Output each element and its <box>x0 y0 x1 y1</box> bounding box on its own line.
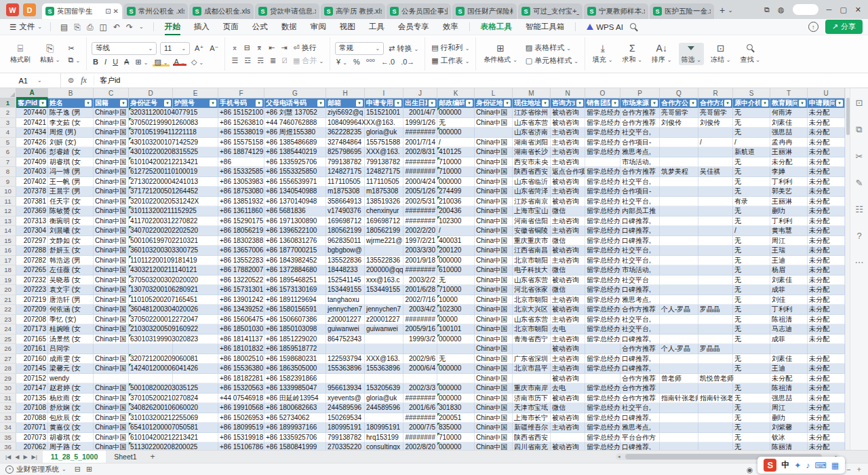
cell-H33[interactable]: 150269534 <box>326 413 365 423</box>
row-number-15[interactable]: 15 <box>0 236 16 246</box>
freeze-button[interactable]: ⊡冻结 ⌄ <box>708 43 733 65</box>
cell-C18[interactable]: China中国 <box>94 265 129 276</box>
conditional-format-button[interactable]: ⊞条件格式 ⌄ <box>481 43 519 65</box>
cell-K19[interactable]: 无 <box>437 276 475 286</box>
cell-F22[interactable]: +86 13439252 <box>218 305 264 315</box>
cell-A21[interactable]: 207219 <box>16 295 48 305</box>
cell-S30[interactable]: 无 <box>733 383 770 394</box>
cell-C30[interactable]: China中国 <box>94 383 129 394</box>
sort-button[interactable]: A↓排序 ⌄ <box>649 43 674 65</box>
cell-Q20[interactable] <box>660 285 698 295</box>
cell-O20[interactable]: 留学总经办 <box>585 285 620 295</box>
ime-sparkle-icon[interactable]: ✦ <box>794 461 801 470</box>
cell-B28[interactable]: 梁馨元 (女 <box>48 364 94 374</box>
cell-U29[interactable]: 未分配 <box>808 374 845 384</box>
cell-F2[interactable]: +86 15152100 <box>218 108 264 118</box>
cell-D2[interactable]: 320311200104077915 <box>129 108 173 118</box>
cell-I13[interactable]: 169698712 <box>365 216 403 227</box>
cell-J5[interactable]: 2001/7/14 <box>403 138 437 148</box>
cell-L10[interactable]: China中国 <box>475 187 513 197</box>
italic-button[interactable]: I <box>103 58 108 66</box>
cell-I21[interactable] <box>365 295 403 305</box>
sum-button[interactable]: Σ求和 ⌄ <box>620 43 645 65</box>
table-header-K[interactable]: 邮政编码▾ <box>437 98 475 108</box>
cell-N18[interactable]: 微信 <box>551 265 585 276</box>
system-label[interactable]: 业财管理系统 <box>16 465 59 474</box>
print-icon[interactable]: ⎙ <box>87 22 94 32</box>
table-header-H[interactable]: 邮箱▾ <box>326 98 365 108</box>
filter-dropdown-icon[interactable]: ▾ <box>85 100 92 107</box>
row-number-3[interactable]: 3 <box>0 118 16 128</box>
cell-L35[interactable]: China中国 <box>475 433 513 443</box>
cell-S21[interactable]: 无 <box>733 295 770 305</box>
cell-I30[interactable]: 153205639 <box>365 383 403 394</box>
cell-U25[interactable]: 未分配 <box>808 335 845 345</box>
cell-B32[interactable]: 舒欣娴 (女 <box>48 403 94 413</box>
cell-T15[interactable]: 周江 <box>770 236 808 246</box>
cell-O9[interactable]: 留学总经办 <box>585 177 620 187</box>
cell-G20[interactable]: +86 1573130169 <box>264 285 326 295</box>
cell-H23[interactable]: z20001227 <box>326 315 365 325</box>
cell-M19[interactable]: 山东省东营 <box>513 276 551 286</box>
cell-F31[interactable]: +44 07546918 <box>218 394 264 404</box>
cell-D21[interactable]: 110105200207165451 <box>129 295 173 305</box>
cell-U21[interactable]: 未分配 <box>808 295 845 305</box>
cell-K32[interactable]: 301830 <box>437 403 475 413</box>
cell-C24[interactable]: China中国 <box>94 324 129 335</box>
cell-S23[interactable]: 无 <box>733 315 770 325</box>
cell-T3[interactable]: 刘素佳 <box>770 118 808 128</box>
column-letter-R[interactable]: R <box>698 88 733 98</box>
cell-T9[interactable]: 丁利利 <box>770 177 808 187</box>
cell-C22[interactable]: China中国 <box>94 305 129 315</box>
rows-columns-button[interactable]: ▤ 行和列 ⌄ <box>430 43 471 53</box>
cell-T6[interactable]: 王丽淋 <box>770 147 808 157</box>
cell-H7[interactable]: 799138782 <box>326 157 365 168</box>
find-button[interactable]: 查找 ⌄ <box>737 43 762 65</box>
cell-U11[interactable]: 未分配 <box>808 197 845 207</box>
cell-Q25[interactable] <box>660 335 698 345</box>
row-number-10[interactable]: 10 <box>0 187 16 197</box>
cell-D3[interactable]: 370502199901260083 <box>129 118 173 128</box>
cell-M33[interactable]: 上海市长宁 <box>513 413 551 423</box>
cell-D17[interactable]: 110112200109181419 <box>129 256 173 266</box>
cell-Q19[interactable] <box>660 276 698 286</box>
cell-B31[interactable]: 杨欣雨 (女 <box>48 394 94 404</box>
cell-P5[interactable]: 合作项目- <box>620 138 660 148</box>
cell-O18[interactable]: 留学总经办 <box>585 265 620 276</box>
cell-B7[interactable]: 胡睿琪 (女 <box>48 157 94 168</box>
cell-J15[interactable]: 1997/2/21 <box>403 236 437 246</box>
column-letter-L[interactable]: L <box>475 88 513 98</box>
cell-K27[interactable]: 无 <box>437 354 475 364</box>
cell-T24[interactable]: 马志迪 <box>770 324 808 335</box>
cell-R27[interactable] <box>698 354 733 364</box>
document-tab-1[interactable]: S常州公积金 .xlsx <box>123 3 188 19</box>
cell-I2[interactable]: 151521001 <box>365 108 403 118</box>
cell-G5[interactable]: +86 1385486689 <box>264 138 326 148</box>
vertical-scrollbar[interactable] <box>845 88 850 450</box>
tab-sync-icon[interactable]: ⊡ <box>105 7 111 15</box>
table-header-C[interactable]: 国籍▾ <box>94 98 129 108</box>
cell-I17[interactable]: 135522836 <box>365 256 403 266</box>
cell-M10[interactable]: 山东省菏泽 <box>513 187 551 197</box>
cell-O33[interactable]: 留学总经办 <box>585 413 620 423</box>
cell-A13[interactable]: 207313 <box>16 216 48 227</box>
cell-C12[interactable]: China中国 <box>94 206 129 216</box>
cell-A8[interactable]: 207403 <box>16 167 48 177</box>
cell-L8[interactable]: China中国 <box>475 167 513 177</box>
menu-9[interactable]: 效率 <box>436 20 465 33</box>
cell-J17[interactable]: 2001/9/18 <box>403 256 437 266</box>
cell-C21[interactable]: China中国 <box>94 295 129 305</box>
cell-O26[interactable] <box>585 344 620 354</box>
cell-I9[interactable]: 117110505 <box>365 177 403 187</box>
cell-U3[interactable]: 未分配 <box>808 118 845 128</box>
cell-Q10[interactable] <box>660 187 698 197</box>
cell-A28[interactable]: 207145 <box>16 364 48 374</box>
cell-T23[interactable]: 陈祖清 <box>770 315 808 325</box>
cell-I35[interactable]: hrq153199 <box>365 433 403 443</box>
cell-Q34[interactable] <box>660 423 698 433</box>
cell-A26[interactable]: 207161 <box>16 344 48 354</box>
cell-F25[interactable]: +86 18141137 <box>218 335 264 345</box>
prev-sheet-icon[interactable]: ◀ <box>15 454 19 460</box>
cell-F8[interactable]: +86 15332585 <box>218 167 264 177</box>
row-number-30[interactable]: 30 <box>0 383 16 394</box>
